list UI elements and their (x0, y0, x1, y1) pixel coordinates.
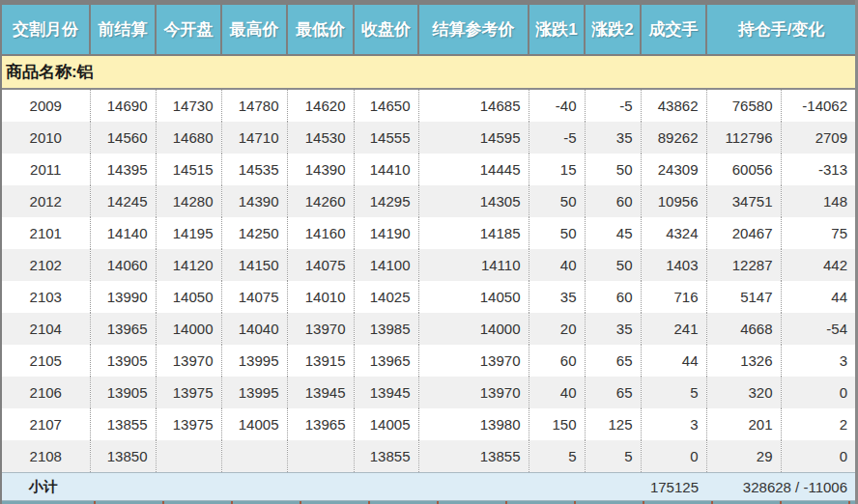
cell-low: 13945 (287, 377, 354, 408)
col-header-change2: 涨跌2 (585, 5, 641, 55)
cell-change2: 50 (585, 154, 641, 185)
futures-quotes-window: 交割月份 前结算 今开盘 最高价 最低价 收盘价 结算参考价 涨跌1 涨跌2 成… (0, 0, 858, 504)
cell-volume: 43862 (641, 89, 706, 122)
cell-open-interest: 4668 (706, 313, 781, 345)
cell-change2: 60 (585, 281, 641, 313)
table-row: 2101141401419514250141601419014185504543… (2, 217, 855, 249)
cell-close: 14650 (354, 89, 418, 122)
cell-prev-settle: 14060 (90, 249, 156, 281)
col-header-low: 最低价 (287, 5, 354, 55)
cell-oi-change: 2709 (781, 122, 855, 154)
cell-high: 14780 (221, 89, 287, 122)
cell-prev-settle: 14690 (90, 89, 156, 122)
cell-oi-change: 0 (781, 440, 855, 473)
cell-prev-settle: 14395 (90, 154, 156, 185)
cell-volume: 0 (641, 440, 706, 473)
cell-volume: 44 (641, 345, 706, 377)
cell-open: 14280 (156, 185, 221, 217)
cell-close: 14295 (354, 185, 418, 217)
cell-open-interest: 201 (706, 408, 781, 440)
table-row: 2009146901473014780146201465014685-40-54… (2, 89, 855, 122)
cell-high (221, 440, 287, 473)
subtotal-row: 小计 175125 328628 / -11006 (2, 473, 855, 501)
col-header-volume: 成交手 (641, 5, 706, 55)
cell-change1: 60 (529, 345, 585, 377)
cell-change2: 65 (585, 345, 641, 377)
subtotal-label: 小计 (2, 473, 641, 501)
cell-prev-settle: 13965 (90, 313, 156, 345)
cell-open-interest: 60056 (706, 154, 781, 185)
cell-oi-change: 148 (781, 185, 855, 217)
table-row: 2102140601412014150140751410014110405014… (2, 249, 855, 281)
table-row: 2011143951451514535143901441014445155024… (2, 154, 855, 185)
cell-prev-settle: 13905 (90, 345, 156, 377)
cell-change1: -5 (529, 122, 585, 154)
cell-high: 13995 (221, 377, 287, 408)
subtotal-oi-change: 328628 / -11006 (706, 473, 855, 501)
cell-open-interest: 29 (706, 440, 781, 473)
cell-change1: 35 (529, 281, 585, 313)
col-header-open: 今开盘 (156, 5, 221, 55)
cell-change1: 50 (529, 185, 585, 217)
cell-close: 14100 (354, 249, 418, 281)
table-row: 2012142451428014390142601429514305506010… (2, 185, 855, 217)
cell-low: 13970 (287, 313, 354, 345)
cell-volume: 716 (641, 281, 706, 313)
col-header-close: 收盘价 (354, 5, 418, 55)
cell-settle-ref: 14185 (418, 217, 529, 249)
cell-delivery-month: 2108 (2, 440, 90, 473)
cell-delivery-month: 2101 (2, 217, 90, 249)
cell-prev-settle: 13905 (90, 377, 156, 408)
cell-close: 14025 (354, 281, 418, 313)
cell-close: 14005 (354, 408, 418, 440)
col-header-open-interest-change: 持仓手/变化 (706, 5, 855, 55)
cell-prev-settle: 13990 (90, 281, 156, 313)
cell-low: 14010 (287, 281, 354, 313)
cell-open: 14050 (156, 281, 221, 313)
cell-close: 14410 (354, 154, 418, 185)
cell-close: 14555 (354, 122, 418, 154)
cell-oi-change: -54 (781, 313, 855, 345)
cell-oi-change: 44 (781, 281, 855, 313)
product-name-label: 商品名称:铝 (2, 55, 855, 89)
cell-change2: 35 (585, 122, 641, 154)
cell-low: 14390 (287, 154, 354, 185)
cell-settle-ref: 14050 (418, 281, 529, 313)
col-header-high: 最高价 (221, 5, 287, 55)
cell-settle-ref: 13855 (418, 440, 529, 473)
cell-change1: 40 (529, 377, 585, 408)
table-row: 2106139051397513995139451394513970406553… (2, 377, 855, 408)
table-header-row: 交割月份 前结算 今开盘 最高价 最低价 收盘价 结算参考价 涨跌1 涨跌2 成… (2, 5, 855, 55)
cell-volume: 5 (641, 377, 706, 408)
cell-prev-settle: 14560 (90, 122, 156, 154)
cell-open: 13970 (156, 345, 221, 377)
table-row: 2010145601468014710145301455514595-53589… (2, 122, 855, 154)
cell-open-interest: 34751 (706, 185, 781, 217)
col-header-prev-settle: 前结算 (90, 5, 156, 55)
cell-oi-change: -14062 (781, 89, 855, 122)
cell-volume: 89262 (641, 122, 706, 154)
cell-open-interest: 12287 (706, 249, 781, 281)
cell-open: 13975 (156, 377, 221, 408)
cell-high: 14710 (221, 122, 287, 154)
cell-prev-settle: 14245 (90, 185, 156, 217)
cell-change1: 40 (529, 249, 585, 281)
cell-delivery-month: 2103 (2, 281, 90, 313)
cell-delivery-month: 2105 (2, 345, 90, 377)
cell-high: 14390 (221, 185, 287, 217)
cell-change2: -5 (585, 89, 641, 122)
cell-change2: 5 (585, 440, 641, 473)
cell-close: 14190 (354, 217, 418, 249)
cell-open-interest: 1326 (706, 345, 781, 377)
cell-change2: 125 (585, 408, 641, 440)
cell-open: 14120 (156, 249, 221, 281)
table-row: 2108138501385513855550290 (2, 440, 855, 473)
cell-open (156, 440, 221, 473)
cell-open: 14730 (156, 89, 221, 122)
cell-change2: 60 (585, 185, 641, 217)
cell-volume: 3 (641, 408, 706, 440)
cell-oi-change: 442 (781, 249, 855, 281)
cell-settle-ref: 13970 (418, 345, 529, 377)
cell-high: 14075 (221, 281, 287, 313)
cell-close: 13985 (354, 313, 418, 345)
